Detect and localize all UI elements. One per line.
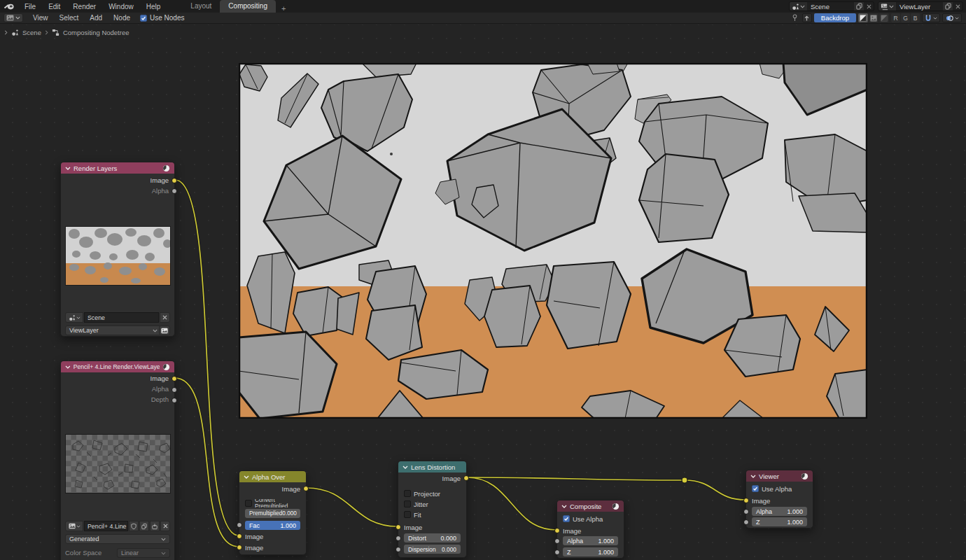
menu-window[interactable]: Window xyxy=(102,3,140,10)
alpha-field[interactable]: Alpha1.000 xyxy=(563,536,618,545)
node-header[interactable]: Alpha Over xyxy=(239,471,306,482)
preview-sphere-icon[interactable] xyxy=(801,472,808,480)
overlap-options-button[interactable] xyxy=(942,13,962,22)
chevron-down-icon[interactable] xyxy=(65,365,71,369)
channel-b-button[interactable]: B xyxy=(911,13,920,22)
viewlayer-copy-button[interactable] xyxy=(943,2,953,10)
node-viewer[interactable]: Viewer Use Alpha Image Alpha1.000 Z1.000 xyxy=(746,470,813,528)
socket-image-output[interactable] xyxy=(463,475,469,481)
node-editor-canvas[interactable]: Scene Compositing Nodetree xyxy=(0,24,966,560)
preview-sphere-icon[interactable] xyxy=(162,164,170,172)
tab-compositing[interactable]: Compositing xyxy=(220,0,276,13)
socket-z-input[interactable] xyxy=(743,519,749,525)
use-alpha-checkbox[interactable] xyxy=(752,485,759,492)
socket-alpha-input[interactable] xyxy=(743,509,749,514)
editor-type-button[interactable] xyxy=(4,13,23,22)
fit-checkbox[interactable] xyxy=(404,511,411,518)
menu-render[interactable]: Render xyxy=(66,3,102,10)
channel-color-button[interactable] xyxy=(869,13,878,22)
socket-alpha-output[interactable] xyxy=(172,188,177,194)
chevron-right-icon[interactable] xyxy=(4,30,8,35)
socket-image-input[interactable] xyxy=(554,528,560,533)
node-header[interactable]: Render Layers xyxy=(61,162,174,174)
scene-name-field[interactable]: Scene xyxy=(84,312,159,323)
use-nodes-checkbox[interactable] xyxy=(140,15,147,22)
image-name-field[interactable]: Pencil+ 4.Line Re.. xyxy=(84,521,128,531)
menu-file[interactable]: File xyxy=(18,3,42,10)
node-composite[interactable]: Composite Use Alpha Image Alpha1.000 Z1.… xyxy=(556,500,624,559)
copy-datablock-button[interactable] xyxy=(139,521,149,531)
socket-alpha-input[interactable] xyxy=(554,538,560,544)
snapping-button[interactable] xyxy=(922,13,940,22)
scene-selector[interactable]: Scene xyxy=(789,1,874,11)
socket-fac-input[interactable] xyxy=(237,522,242,528)
chevron-down-icon[interactable] xyxy=(65,167,71,170)
preview-sphere-icon[interactable] xyxy=(612,503,620,510)
socket-image2-input[interactable] xyxy=(237,545,242,550)
fake-user-button[interactable] xyxy=(129,521,139,531)
render-layer-button[interactable] xyxy=(159,326,170,335)
node-lens-distortion[interactable]: Lens Distortion Image Projector Jitter F… xyxy=(398,461,467,558)
menu-select[interactable]: Select xyxy=(54,14,85,22)
channel-color-alpha-button[interactable] xyxy=(858,13,868,22)
socket-distort-input[interactable] xyxy=(396,536,401,541)
node-alpha-over[interactable]: Alpha Over Image Convert Premultiplied P… xyxy=(239,470,307,555)
node-header[interactable]: Pencil+ 4.Line Render.ViewLayer xyxy=(61,361,174,372)
menu-view[interactable]: View xyxy=(27,14,54,22)
node-pencil-image[interactable]: Pencil+ 4.Line Render.ViewLayer Image Al… xyxy=(60,360,175,560)
convert-premultiplied-checkbox[interactable] xyxy=(245,500,252,507)
scene-datablock-button[interactable] xyxy=(65,312,83,323)
chevron-down-icon[interactable] xyxy=(750,475,756,478)
unlink-image-button[interactable] xyxy=(160,521,170,531)
tab-layout[interactable]: Layout xyxy=(182,0,220,13)
menu-edit[interactable]: Edit xyxy=(42,3,66,10)
jitter-checkbox[interactable] xyxy=(404,500,411,507)
viewlayer-selector[interactable]: ViewLayer xyxy=(878,1,963,11)
scene-unlink-button[interactable] xyxy=(160,312,170,323)
menu-node[interactable]: Node xyxy=(108,14,136,22)
node-render-layers[interactable]: Render Layers Image Alpha xyxy=(60,162,175,337)
scene-copy-button[interactable] xyxy=(854,2,864,10)
node-header[interactable]: Composite xyxy=(557,500,624,512)
z-field[interactable]: Z1.000 xyxy=(563,547,618,556)
scene-unlink-button[interactable] xyxy=(864,2,874,10)
projector-checkbox[interactable] xyxy=(404,490,411,497)
pack-image-button[interactable] xyxy=(150,521,160,531)
z-field[interactable]: Z1.000 xyxy=(752,517,807,526)
viewlayer-remove-button[interactable] xyxy=(953,2,962,10)
socket-image-output[interactable] xyxy=(172,376,177,382)
channel-r-button[interactable]: R xyxy=(891,13,900,22)
backdrop-toggle[interactable]: Backdrop xyxy=(814,13,856,22)
breadcrumb-scene[interactable]: Scene xyxy=(22,29,41,36)
menu-add[interactable]: Add xyxy=(84,14,108,22)
chevron-down-icon[interactable] xyxy=(402,465,408,469)
socket-z-input[interactable] xyxy=(554,550,560,555)
add-workspace-button[interactable]: + xyxy=(276,4,291,13)
socket-image-input[interactable] xyxy=(396,524,401,530)
fac-field[interactable]: Fac1.000 xyxy=(245,521,300,530)
chevron-down-icon[interactable] xyxy=(244,475,249,479)
premultiplied-field[interactable]: Premultiplied0.000 xyxy=(245,509,300,518)
socket-depth-output[interactable] xyxy=(172,398,177,403)
blender-logo-icon[interactable] xyxy=(0,3,18,10)
chevron-down-icon[interactable] xyxy=(561,505,567,508)
use-nodes-toggle[interactable]: Use Nodes xyxy=(140,14,184,22)
node-header[interactable]: Viewer xyxy=(746,470,813,482)
socket-image-output[interactable] xyxy=(303,486,309,491)
channel-g-button[interactable]: G xyxy=(901,13,910,22)
channel-alpha-button[interactable] xyxy=(879,13,889,22)
preview-sphere-icon[interactable] xyxy=(162,363,170,371)
socket-image-output[interactable] xyxy=(172,178,177,183)
socket-dispersion-input[interactable] xyxy=(396,547,401,552)
socket-image1-input[interactable] xyxy=(237,533,242,539)
menu-help[interactable]: Help xyxy=(140,3,167,10)
viewlayer-dropdown[interactable]: ViewLayer xyxy=(65,326,162,335)
image-datablock-button[interactable] xyxy=(65,521,83,531)
distort-field[interactable]: Distort0.000 xyxy=(404,533,461,542)
use-alpha-checkbox[interactable] xyxy=(563,515,570,522)
image-source-dropdown[interactable]: Generated xyxy=(65,534,170,544)
node-header[interactable]: Lens Distortion xyxy=(398,461,466,472)
color-space-dropdown[interactable]: Linear xyxy=(117,548,170,558)
pin-icon[interactable] xyxy=(790,13,800,22)
socket-alpha-output[interactable] xyxy=(172,387,177,393)
